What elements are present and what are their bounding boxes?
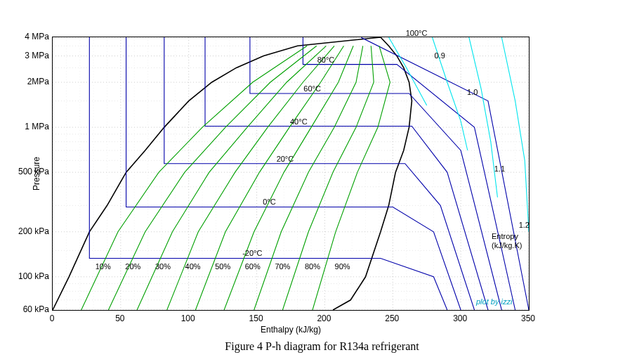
x-tick: 200 bbox=[313, 313, 334, 323]
isotherm-label: 20°C bbox=[277, 155, 294, 163]
isotherm-label: 40°C bbox=[290, 117, 308, 126]
entropy-label: 1.0 bbox=[467, 88, 478, 96]
x-tick: 0 bbox=[41, 313, 63, 323]
x-tick: 150 bbox=[246, 313, 267, 323]
y-tick: 500 kPa bbox=[7, 167, 49, 176]
y-tick: 1 MPa bbox=[7, 122, 49, 131]
isotherm-label: -20°C bbox=[242, 249, 262, 257]
quality-label: 40% bbox=[185, 262, 201, 271]
y-tick: 200 kPa bbox=[7, 226, 49, 236]
quality-label: 70% bbox=[275, 262, 290, 271]
y-tick: 100 kPa bbox=[7, 271, 49, 281]
entropy-legend-title: Entropy bbox=[492, 232, 518, 240]
quality-label: 60% bbox=[245, 262, 261, 271]
chart-svg bbox=[53, 37, 529, 310]
entropy-label: 1.2 bbox=[519, 221, 530, 229]
quality-label: 20% bbox=[125, 262, 140, 271]
x-tick: 350 bbox=[518, 313, 539, 323]
y-tick: 2MPa bbox=[7, 77, 49, 86]
quality-label: 90% bbox=[335, 262, 350, 271]
x-tick: 50 bbox=[110, 313, 131, 323]
plot-area bbox=[52, 37, 530, 311]
quality-label: 10% bbox=[96, 262, 111, 271]
isotherm-label: 100°C bbox=[406, 29, 428, 37]
entropy-label: 1.1 bbox=[494, 164, 505, 173]
quality-label: 50% bbox=[215, 262, 230, 271]
entropy-label: 0.9 bbox=[435, 51, 445, 60]
x-tick: 300 bbox=[449, 313, 471, 323]
y-tick: 60 kPa bbox=[7, 304, 49, 314]
isotherm-label: 0°C bbox=[263, 198, 275, 206]
quality-label: 80% bbox=[305, 262, 320, 271]
quality-label: 30% bbox=[155, 262, 171, 271]
y-tick: 3 MPa bbox=[7, 51, 49, 60]
figure-caption: Figure 4 P-h diagram for R134a refrigera… bbox=[0, 340, 644, 353]
isotherm-label: 80°C bbox=[317, 56, 335, 64]
x-axis-label: Enthalpy (kJ/kg) bbox=[52, 325, 530, 335]
attribution-note: plot by izzi bbox=[476, 297, 512, 306]
isotherm-label: 60°C bbox=[303, 84, 321, 93]
x-tick: 250 bbox=[381, 313, 402, 323]
entropy-legend-unit: (kJ/kg.K) bbox=[492, 241, 522, 250]
x-tick: 100 bbox=[178, 313, 199, 323]
y-tick: 4 MPa bbox=[7, 32, 49, 41]
